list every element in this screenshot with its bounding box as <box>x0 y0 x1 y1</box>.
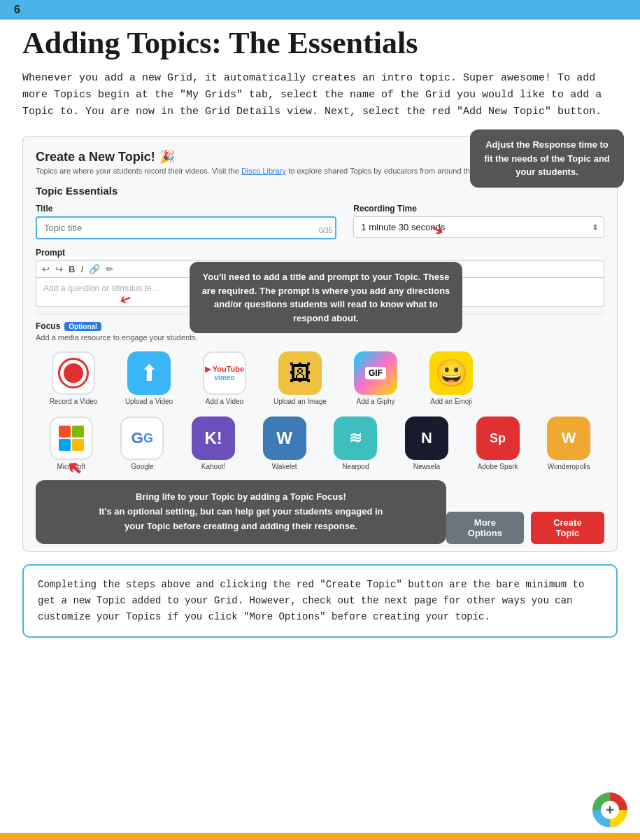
bottom-bar <box>0 833 640 840</box>
focus-icon-wonderopolis[interactable]: W Wonderopolis <box>533 412 604 475</box>
wakelet-label: Wakelet <box>272 463 297 470</box>
wonderopolis-label: Wonderopolis <box>548 463 590 470</box>
page-number: 6 <box>14 4 20 16</box>
focus-icon-google[interactable]: G G Google <box>107 412 178 475</box>
focus-section: Focus Optional Add a media resource to e… <box>36 321 604 475</box>
focus-icon-kahoot[interactable]: K! Kahoot! <box>178 412 249 475</box>
prompt-label: Prompt <box>36 248 604 258</box>
redo-icon[interactable]: ↪ <box>55 264 63 274</box>
kahoot-icon: K! <box>192 416 235 460</box>
intro-text: Whenever you add a new Grid, it automati… <box>22 70 618 120</box>
link-icon[interactable]: 🔗 <box>89 264 100 274</box>
add-emoji-label: Add an Emoji <box>430 398 471 405</box>
recording-group: Recording Time 30 seconds 1 minute 1 min… <box>353 204 604 238</box>
title-group: Title 0/35 <box>36 204 336 239</box>
screenshot-card: Adjust the Response time to fit the need… <box>22 136 618 551</box>
italic-icon[interactable]: I <box>80 264 83 274</box>
giphy-icon: GIF <box>354 351 397 395</box>
bold-icon[interactable]: B <box>69 264 75 274</box>
upload-image-label: Upload an Image <box>273 398 327 405</box>
upload-image-icon: 🖼 <box>278 351 322 395</box>
adobe-spark-icon: Sp <box>476 416 520 460</box>
callout-middle: You'll need to add a title and prompt to… <box>190 262 462 333</box>
prompt-area-wrapper: Prompt ↩ ↪ B I 🔗 ✏ Add a question or sti… <box>36 248 604 307</box>
recording-time-select[interactable]: 30 seconds 1 minute 1 minute 30 seconds … <box>353 216 604 238</box>
microsoft-icon <box>50 416 93 460</box>
title-input-wrapper: 0/35 <box>36 216 336 239</box>
callout-top-right: Adjust the Response time to fit the need… <box>470 130 624 188</box>
wonderopolis-icon: W <box>547 416 590 460</box>
focus-icon-upload-video[interactable]: ⬆ Upload a Video <box>111 347 187 410</box>
title-counter: 0/35 <box>319 227 332 234</box>
focus-icon-add-video[interactable]: ▶ YouTube vimeo Add a Video <box>187 347 262 410</box>
callout-bottom-left: ➔ Bring life to your Topic by adding a T… <box>36 480 446 543</box>
google-label: Google <box>131 463 153 470</box>
more-options-button[interactable]: More Options <box>446 512 524 544</box>
focus-icon-add-giphy[interactable]: GIF Add a Giphy <box>338 347 413 410</box>
adobe-spark-label: Adobe Spark <box>478 463 518 470</box>
create-topic-button[interactable]: Create Topic <box>531 512 604 544</box>
focus-icon-wakelet[interactable]: W Wakelet <box>249 412 320 475</box>
focus-icon-record-video[interactable]: Record a Video <box>36 347 111 410</box>
card-action-buttons: More Options Create Topic <box>446 512 604 544</box>
kahoot-label: Kahoot! <box>201 463 225 470</box>
recording-label: Recording Time <box>353 204 604 214</box>
top-bar <box>0 0 640 20</box>
pencil-icon[interactable]: ✏ <box>106 264 113 274</box>
nearpod-icon: ≋ <box>334 416 377 460</box>
record-video-label: Record a Video <box>50 398 98 405</box>
focus-sublabel: Add a media resource to engage your stud… <box>36 333 604 342</box>
youtube-vimeo-icon: ▶ YouTube vimeo <box>203 351 246 395</box>
add-video-label: Add a Video <box>206 398 243 405</box>
upload-video-label: Upload a Video <box>125 398 173 405</box>
info-box: Completing the steps above and clicking … <box>22 564 618 638</box>
focus-icon-upload-image[interactable]: 🖼 Upload an Image <box>262 347 338 410</box>
focus-icon-grid-row1: Record a Video ⬆ Upload a Video ▶ YouTub… <box>36 347 604 410</box>
form-row-title-recording: Title 0/35 Recording Time 30 seconds 1 m… <box>36 204 604 239</box>
bottom-circle-button[interactable]: + <box>592 792 627 827</box>
focus-icon-add-emoji[interactable]: 😀 Add an Emoji <box>413 347 489 410</box>
add-giphy-label: Add a Giphy <box>356 398 394 405</box>
recording-select-wrapper: 30 seconds 1 minute 1 minute 30 seconds … <box>353 216 604 238</box>
focus-icon-nearpod[interactable]: ≋ Nearpod <box>320 412 392 475</box>
callout-bottom-left-text: Bring life to your Topic by adding a Top… <box>99 491 383 531</box>
main-content: Adding Topics: The Essentials Whenever y… <box>0 0 640 652</box>
undo-icon[interactable]: ↩ <box>42 264 50 274</box>
focus-icon-grid-row2: Microsoft G G Google K! Kahoot! <box>36 410 604 475</box>
page-title: Adding Topics: The Essentials <box>22 27 618 60</box>
card-bottom-row: ➔ Bring life to your Topic by adding a T… <box>36 480 604 543</box>
record-video-icon <box>52 351 95 395</box>
focus-optional-badge: Optional <box>64 322 101 331</box>
newsela-icon: N <box>405 416 448 460</box>
upload-video-icon: ⬆ <box>127 351 171 395</box>
focus-icon-adobe-spark[interactable]: Sp Adobe Spark <box>462 412 534 475</box>
focus-icon-newsela[interactable]: N Newsela <box>391 412 462 475</box>
newsela-label: Newsela <box>413 463 440 470</box>
wakelet-icon: W <box>263 416 306 460</box>
google-icon: G G <box>120 416 164 460</box>
nearpod-label: Nearpod <box>342 463 369 470</box>
bottom-circle-inner: + <box>601 801 619 819</box>
emoji-icon: 😀 <box>429 351 473 395</box>
title-label: Title <box>36 204 336 214</box>
topic-title-input[interactable] <box>36 216 336 239</box>
disco-library-link[interactable]: Disco Library <box>241 167 286 175</box>
